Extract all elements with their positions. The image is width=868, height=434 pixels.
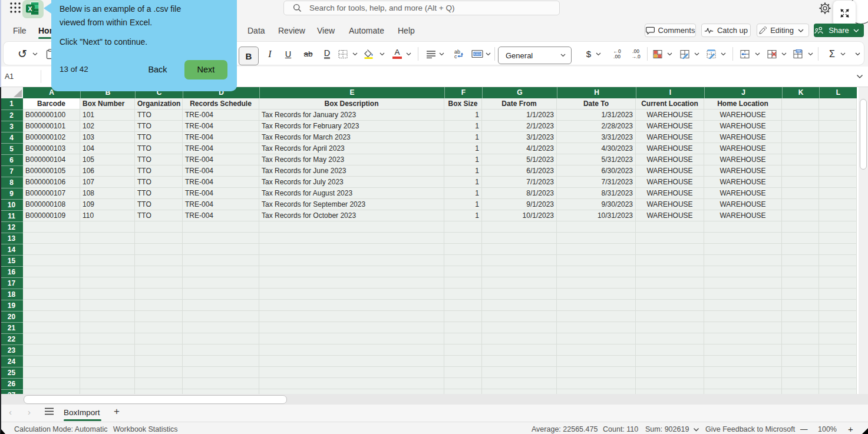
cell-H4[interactable]: 3/31/2023 — [557, 132, 636, 143]
fill-color-button[interactable] — [363, 42, 376, 66]
row-header-9[interactable]: 9 — [0, 188, 23, 199]
cell-G24[interactable] — [482, 356, 557, 367]
cell-C22[interactable] — [135, 333, 183, 344]
cell-G4[interactable]: 3/1/2023 — [482, 132, 557, 143]
cell-K3[interactable] — [782, 121, 819, 132]
formula-bar-expand-icon[interactable] — [856, 74, 863, 79]
cell-B18[interactable] — [80, 289, 135, 300]
cell-K6[interactable] — [782, 154, 819, 165]
cell-B21[interactable] — [80, 322, 135, 333]
cell-J14[interactable] — [704, 244, 782, 255]
cell-G22[interactable] — [482, 333, 557, 344]
cell-A2[interactable]: B000000100 — [23, 110, 80, 121]
number-format-select[interactable]: General — [498, 47, 572, 64]
cell-B12[interactable] — [80, 221, 135, 233]
cell-G23[interactable] — [482, 344, 557, 356]
cell-F1[interactable]: Box Size — [444, 98, 482, 110]
menu-tab-automate[interactable]: Automate — [349, 24, 384, 38]
share-button[interactable]: Share — [814, 24, 864, 37]
cell-C10[interactable]: TTO — [135, 199, 183, 210]
cell-H11[interactable]: 10/31/2023 — [557, 210, 636, 221]
cell-B22[interactable] — [80, 333, 135, 344]
merge-menu-button[interactable] — [484, 42, 491, 66]
decrease-decimal-button[interactable]: .00→.0 — [628, 42, 643, 66]
cell-G19[interactable] — [482, 300, 557, 311]
cell-K10[interactable] — [782, 199, 819, 210]
cell-E22[interactable] — [259, 333, 444, 344]
cell-I3[interactable]: WAREHOUSE — [636, 121, 704, 132]
cell-H24[interactable] — [557, 356, 636, 367]
cell-E6[interactable]: Tax Records for May 2023 — [259, 154, 444, 165]
cell-J22[interactable] — [704, 333, 782, 344]
cell-F24[interactable] — [444, 356, 482, 367]
cell-K14[interactable] — [782, 244, 819, 255]
cell-E19[interactable] — [259, 300, 444, 311]
cell-I15[interactable] — [636, 255, 704, 266]
cell-D24[interactable] — [183, 356, 259, 367]
cell-H20[interactable] — [557, 311, 636, 322]
insert-cells-menu-button[interactable] — [754, 42, 761, 66]
cell-I21[interactable] — [636, 322, 704, 333]
cell-E2[interactable]: Tax Records for January 2023 — [259, 110, 444, 121]
row-header-2[interactable]: 2 — [0, 110, 23, 121]
column-header-G[interactable]: G — [482, 87, 557, 98]
cell-B25[interactable] — [80, 367, 135, 378]
cell-F2[interactable]: 1 — [444, 110, 482, 121]
cell-H13[interactable] — [557, 233, 636, 244]
cell-D7[interactable]: TRE-004 — [183, 165, 259, 177]
cell-F19[interactable] — [444, 300, 482, 311]
comments-button[interactable]: Comments — [645, 24, 696, 37]
cell-C20[interactable] — [135, 311, 183, 322]
app-launcher-button[interactable] — [8, 1, 22, 15]
cell-K25[interactable] — [782, 367, 819, 378]
cell-A9[interactable]: B000000107 — [23, 188, 80, 199]
cell-C18[interactable] — [135, 289, 183, 300]
cell-A6[interactable]: B000000104 — [23, 154, 80, 165]
cell-J11[interactable]: WAREHOUSE — [704, 210, 782, 221]
cell-H23[interactable] — [557, 344, 636, 356]
cell-G15[interactable] — [482, 255, 557, 266]
cell-J15[interactable] — [704, 255, 782, 266]
cell-H19[interactable] — [557, 300, 636, 311]
cell-F5[interactable]: 1 — [444, 143, 482, 154]
cell-J1[interactable]: Home Location — [704, 98, 782, 110]
cell-L1[interactable] — [819, 98, 857, 110]
cell-G11[interactable]: 10/1/2023 — [482, 210, 557, 221]
format-cells-menu-button[interactable] — [807, 42, 814, 66]
cell-K26[interactable] — [782, 378, 819, 389]
autosum-menu-button[interactable] — [839, 42, 846, 66]
cell-A25[interactable] — [23, 367, 80, 378]
cell-C25[interactable] — [135, 367, 183, 378]
cell-J18[interactable] — [704, 289, 782, 300]
cell-C19[interactable] — [135, 300, 183, 311]
cell-I4[interactable]: WAREHOUSE — [636, 132, 704, 143]
cell-A13[interactable] — [23, 233, 80, 244]
cell-G26[interactable] — [482, 378, 557, 389]
strikethrough-button[interactable]: ab — [302, 42, 315, 66]
cell-K15[interactable] — [782, 255, 819, 266]
cell-D12[interactable] — [183, 221, 259, 233]
cell-H7[interactable]: 6/30/2023 — [557, 165, 636, 177]
cell-J9[interactable]: WAREHOUSE — [704, 188, 782, 199]
bold-button[interactable]: B — [239, 47, 259, 65]
cell-E3[interactable]: Tax Records for February 2023 — [259, 121, 444, 132]
cell-F14[interactable] — [444, 244, 482, 255]
format-cells-button[interactable] — [791, 42, 804, 66]
all-sheets-menu-icon[interactable] — [45, 407, 54, 416]
cell-B24[interactable] — [80, 356, 135, 367]
cell-D8[interactable]: TRE-004 — [183, 177, 259, 188]
cell-I1[interactable]: Current Location — [636, 98, 704, 110]
cell-E9[interactable]: Tax Records for August 2023 — [259, 188, 444, 199]
cell-I12[interactable] — [636, 221, 704, 233]
cell-G16[interactable] — [482, 266, 557, 277]
merge-button[interactable] — [471, 42, 484, 66]
cell-G14[interactable] — [482, 244, 557, 255]
cell-E16[interactable] — [259, 266, 444, 277]
cell-H26[interactable] — [557, 378, 636, 389]
cell-F6[interactable]: 1 — [444, 154, 482, 165]
cell-D1[interactable]: Records Schedule — [183, 98, 259, 110]
cell-I5[interactable]: WAREHOUSE — [636, 143, 704, 154]
cell-L8[interactable] — [819, 177, 857, 188]
fill-color-menu-button[interactable] — [378, 42, 385, 66]
cell-E12[interactable] — [259, 221, 444, 233]
